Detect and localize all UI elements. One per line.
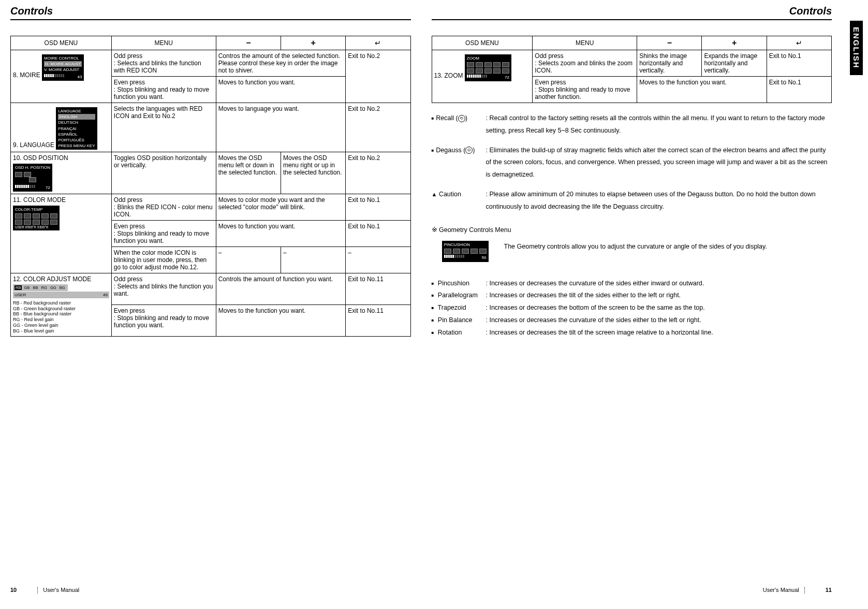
color-osd-image: COLOR-TEMP USER 6500°K 9300°K bbox=[13, 206, 60, 230]
coloradj-enter-even: Exit to No.11 bbox=[346, 304, 410, 336]
zoom-menu-even: Even press : Stops blinking and ready to… bbox=[533, 77, 637, 103]
table-row: 8. MOIRE MOIRE CONTROL H. MOIRE ADJUST V… bbox=[11, 50, 411, 77]
degauss-icon: Ω bbox=[465, 147, 473, 154]
recall-text: : Recall control to the factory setting … bbox=[486, 112, 832, 137]
table-row: 13. ZOOM ZOOM 72 Odd press : Selects zoo… bbox=[432, 50, 832, 77]
coloradj-minusplus-odd: Controls the amount of function you want… bbox=[216, 273, 346, 304]
osd-table-right: OSD MENU MENU − + ↵ 13. ZOOM ZOOM 72 Odd… bbox=[432, 36, 832, 103]
zoom-enter-odd: Exit to No.1 bbox=[767, 50, 831, 77]
table-header-row: OSD MENU MENU − + ↵ bbox=[432, 36, 832, 50]
zoom-menu-odd: Odd press : Selects zoom and blinks the … bbox=[533, 50, 637, 77]
language-tab: ENGLISH bbox=[850, 21, 863, 75]
color-menu-user: When the color mode ICON is blinking in … bbox=[111, 247, 216, 273]
coloradj-minusplus-even: Moves to the function you want. bbox=[216, 304, 346, 336]
lang-minusplus: Moves to language you want. bbox=[216, 103, 346, 152]
page-title-right: Controls bbox=[432, 5, 832, 20]
caution-text: : Please allow aminimum of 20 minutes to… bbox=[486, 189, 832, 213]
language-osd-image: LANGUAGE ENGLISH DEUTSCH FRANÇAI ESPAÑOL… bbox=[56, 107, 97, 150]
geometry-description: The Geometry controls allow you to adjus… bbox=[504, 239, 832, 253]
coloradj-enter-odd: Exit to No.11 bbox=[346, 273, 410, 304]
zoom-osd-image: ZOOM 72 bbox=[465, 54, 511, 81]
recall-row: ■Recall (⟲) : Recall control to the fact… bbox=[432, 112, 832, 137]
coloradj-menu-odd: Odd press : Selects and blinks the funct… bbox=[111, 273, 216, 304]
osdpos-menu: Toggles OSD position horizontally or ver… bbox=[111, 152, 216, 194]
osd-cell-coloradj: 12. COLOR ADJUST MODE RB GB BB RG GG BG … bbox=[11, 273, 112, 336]
moire-minusplus-even: Moves to function you want. bbox=[216, 77, 346, 103]
header-menu: MENU bbox=[111, 36, 216, 50]
color-menu-even: Even press : Stops blinking and ready to… bbox=[111, 220, 216, 247]
color-plus-user: – bbox=[281, 247, 345, 273]
moire-minusplus-odd: Contros the amount of the selected funct… bbox=[216, 50, 346, 77]
lang-enter: Exit to No.2 bbox=[346, 103, 410, 152]
zoom-plus: Expands the image horizontally and verti… bbox=[702, 50, 767, 77]
geometry-list: ■ Pincushion: Increases or decreases the… bbox=[432, 278, 832, 339]
table-header-row: OSD MENU MENU − + ↵ bbox=[11, 36, 411, 50]
zoom-enter-even: Exit to No.1 bbox=[767, 77, 831, 103]
header-enter: ↵ bbox=[346, 36, 410, 50]
geometry-title: ※ Geometry Controls Menu bbox=[432, 226, 832, 234]
footer-right: User's Manual11 bbox=[763, 587, 832, 593]
color-enter-even: Exit to No.1 bbox=[346, 220, 410, 247]
footer-left: 10User's Manual bbox=[10, 587, 79, 593]
osd-cell-lang: 9. LANGUAGE LANGUAGE ENGLISH DEUTSCH FRA… bbox=[11, 103, 112, 152]
moire-menu-even: Even press : Stops blinking and ready to… bbox=[111, 77, 216, 103]
color-minus-user: – bbox=[216, 247, 281, 273]
header-menu: MENU bbox=[533, 36, 637, 50]
osd-cell-color: 11. COLOR MODE COLOR-TEMP USER 6500°K 93… bbox=[11, 194, 112, 273]
moire-osd-image: MOIRE CONTROL H. MOIRE ADJUST V. MOIRE A… bbox=[42, 54, 84, 81]
header-enter: ↵ bbox=[767, 36, 831, 50]
color-minusplus-odd: Moves to color mode you want and the sel… bbox=[216, 194, 346, 220]
header-plus: + bbox=[281, 36, 345, 50]
color-adjust-legend: RB - Red background raster GB - Green ba… bbox=[13, 300, 109, 334]
table-row: 11. COLOR MODE COLOR-TEMP USER 6500°K 93… bbox=[11, 194, 411, 220]
osdpos-minus: Moves the OSD menu left or down in the s… bbox=[216, 152, 281, 194]
header-minus: − bbox=[637, 36, 702, 50]
header-plus: + bbox=[702, 36, 767, 50]
coloradj-menu-even: Even press : Stops blinking and ready to… bbox=[111, 304, 216, 336]
table-row: 10. OSD POSITION OSD H. POSITION 72 Togg… bbox=[11, 152, 411, 194]
table-row: 9. LANGUAGE LANGUAGE ENGLISH DEUTSCH FRA… bbox=[11, 103, 411, 152]
page-title-left: Controls bbox=[10, 5, 411, 20]
zoom-minus: Shinks the image horizontally and vertic… bbox=[637, 50, 702, 77]
osdpos-plus: Moves the OSD menu right or up in the se… bbox=[281, 152, 345, 194]
caution-row: ▲ Caution : Please allow aminimum of 20 … bbox=[432, 189, 832, 213]
lang-menu: Selects the languages with RED ICON and … bbox=[111, 103, 216, 152]
header-minus: − bbox=[216, 36, 281, 50]
moire-enter: Exit to No.2 bbox=[346, 50, 410, 103]
table-row: 12. COLOR ADJUST MODE RB GB BB RG GG BG … bbox=[11, 273, 411, 304]
color-minusplus-even: Moves to function you want. bbox=[216, 220, 346, 247]
header-osd: OSD MENU bbox=[432, 36, 533, 50]
recall-icon: ⟲ bbox=[458, 115, 465, 122]
zoom-minusplus-even: Moves to the function you want. bbox=[637, 77, 767, 103]
degauss-text: : Eliminates the build-up of stray magne… bbox=[486, 144, 832, 181]
color-menu-odd: Odd press : Blinks the RED ICON - color … bbox=[111, 194, 216, 220]
osdpos-enter: Exit to No.2 bbox=[346, 152, 410, 194]
osd-cell-osdpos: 10. OSD POSITION OSD H. POSITION 72 bbox=[11, 152, 112, 194]
osd-cell-moire: 8. MOIRE MOIRE CONTROL H. MOIRE ADJUST V… bbox=[11, 50, 112, 103]
degauss-row: ■Degauss (Ω) : Eliminates the build-up o… bbox=[432, 144, 832, 181]
color-adjust-bar: RB GB BB RG GG BG bbox=[13, 284, 68, 291]
osd-table-left: OSD MENU MENU − + ↵ 8. MOIRE MOIRE CONTR… bbox=[10, 36, 411, 337]
color-enter-user: – bbox=[346, 247, 410, 273]
moire-menu-odd: Odd press : Selects and blinks the funct… bbox=[111, 50, 216, 77]
osdpos-osd-image: OSD H. POSITION 72 bbox=[13, 164, 52, 192]
osd-cell-zoom: 13. ZOOM ZOOM 72 bbox=[432, 50, 533, 103]
color-enter-odd: Exit to No.1 bbox=[346, 194, 410, 220]
pincushion-osd-image: PINCUSHION 50 bbox=[442, 241, 489, 262]
header-osd: OSD MENU bbox=[11, 36, 112, 50]
warning-icon: ▲ bbox=[432, 191, 437, 197]
